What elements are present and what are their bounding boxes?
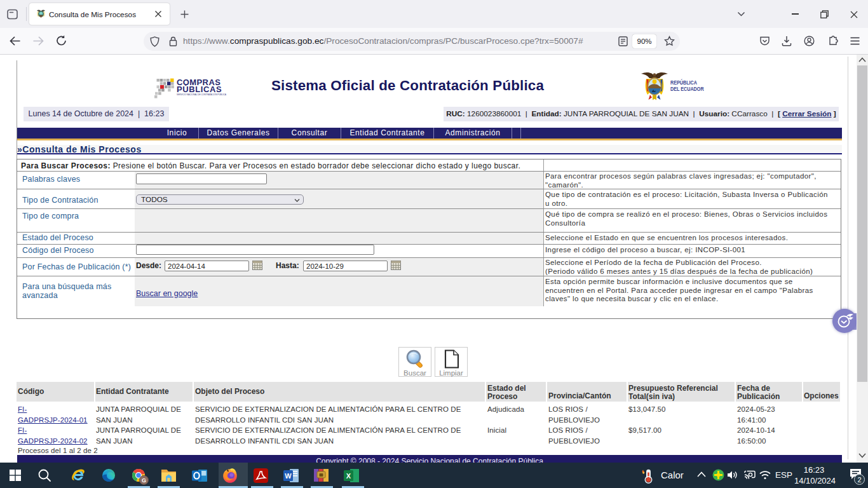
svg-text:W: W (285, 472, 292, 480)
svg-text:X: X (346, 472, 351, 480)
